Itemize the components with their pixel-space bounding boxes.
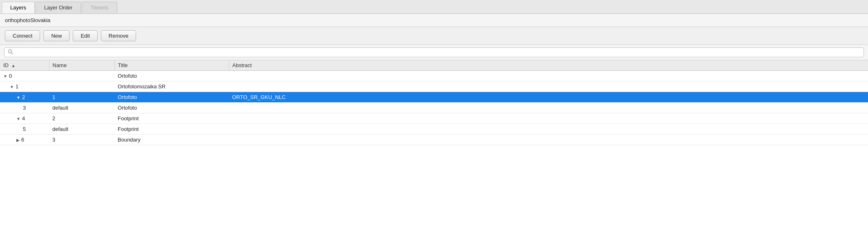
- button-bar: Connect New Edit Remove: [0, 27, 868, 45]
- tree-arrow[interactable]: ▶: [16, 138, 20, 142]
- cell-title: Ortofoto: [114, 92, 229, 103]
- cell-abstract: [229, 135, 868, 145]
- tab-layer-order[interactable]: Layer Order: [36, 2, 81, 14]
- table-row[interactable]: 5defaultFootprint: [0, 124, 868, 135]
- cell-title: Footprint: [114, 124, 229, 135]
- cell-name: 1: [49, 92, 114, 103]
- cell-name: default: [49, 124, 114, 135]
- layers-table: ID ▲ Name Title Abstract ▼0Ortofoto▼1Ort…: [0, 60, 868, 145]
- table-row[interactable]: ▼1Ortofotomozaika SR: [0, 81, 868, 92]
- col-header-name[interactable]: Name: [49, 60, 114, 71]
- tab-tilesets: Tilesets: [82, 2, 117, 14]
- id-value: 5: [23, 126, 26, 132]
- col-header-abstract[interactable]: Abstract: [229, 60, 868, 71]
- cell-title: Footprint: [114, 113, 229, 124]
- tree-arrow[interactable]: ▼: [10, 85, 14, 89]
- tree-arrow[interactable]: ▼: [3, 74, 7, 79]
- svg-line-1: [11, 53, 13, 54]
- col-header-title[interactable]: Title: [114, 60, 229, 71]
- cell-abstract: [229, 81, 868, 92]
- cell-title: Ortofoto: [114, 71, 229, 81]
- cell-id: ▼0: [0, 71, 49, 81]
- search-input[interactable]: [16, 50, 860, 56]
- svg-point-0: [9, 50, 12, 53]
- col-header-id[interactable]: ID ▲: [0, 60, 49, 71]
- cell-id: 3: [0, 103, 49, 113]
- main-container: Layers Layer Order Tilesets orthophotoSl…: [0, 0, 868, 225]
- search-icon: [8, 49, 13, 56]
- new-button[interactable]: New: [43, 30, 69, 41]
- id-value: 3: [23, 105, 26, 111]
- cell-abstract: [229, 113, 868, 124]
- table-row[interactable]: 3defaultOrtofoto: [0, 103, 868, 113]
- cell-abstract: [229, 71, 868, 81]
- remove-button[interactable]: Remove: [101, 30, 136, 41]
- table-row[interactable]: ▼21OrtofotoORTO_SR_GKU_NLC: [0, 92, 868, 103]
- table-wrapper: ID ▲ Name Title Abstract ▼0Ortofoto▼1Ort…: [0, 60, 868, 225]
- cell-name: 3: [49, 135, 114, 145]
- table-header-row: ID ▲ Name Title Abstract: [0, 60, 868, 71]
- cell-name: [49, 81, 114, 92]
- cell-id: ▶6: [0, 135, 49, 145]
- search-bar: [0, 45, 868, 60]
- connect-button[interactable]: Connect: [5, 30, 40, 41]
- id-value: 6: [21, 137, 24, 143]
- cell-id: 5: [0, 124, 49, 135]
- table-row[interactable]: ▼42Footprint: [0, 113, 868, 124]
- source-name: orthophotoSlovakia: [5, 17, 50, 23]
- cell-abstract: ORTO_SR_GKU_NLC: [229, 92, 868, 103]
- cell-id: ▼2: [0, 92, 49, 103]
- tab-bar: Layers Layer Order Tilesets: [0, 0, 868, 14]
- id-value: 1: [16, 83, 18, 90]
- cell-title: Boundary: [114, 135, 229, 145]
- cell-abstract: [229, 103, 868, 113]
- table-row[interactable]: ▼0Ortofoto: [0, 71, 868, 81]
- tree-arrow[interactable]: ▼: [16, 117, 20, 121]
- cell-name: default: [49, 103, 114, 113]
- search-input-wrapper: [4, 47, 864, 57]
- id-value: 0: [9, 73, 12, 79]
- tab-layers[interactable]: Layers: [2, 2, 35, 14]
- tree-arrow[interactable]: ▼: [16, 95, 20, 100]
- edit-button[interactable]: Edit: [73, 30, 97, 41]
- cell-abstract: [229, 124, 868, 135]
- cell-name: [49, 71, 114, 81]
- id-value: 4: [22, 115, 25, 122]
- sort-arrow-id: ▲: [11, 63, 16, 68]
- cell-id: ▼1: [0, 81, 49, 92]
- cell-title: Ortofoto: [114, 103, 229, 113]
- cell-id: ▼4: [0, 113, 49, 124]
- table-row[interactable]: ▶63Boundary: [0, 135, 868, 145]
- id-value: 2: [22, 94, 25, 100]
- cell-name: 2: [49, 113, 114, 124]
- source-name-bar: orthophotoSlovakia: [0, 14, 868, 27]
- cell-title: Ortofotomozaika SR: [114, 81, 229, 92]
